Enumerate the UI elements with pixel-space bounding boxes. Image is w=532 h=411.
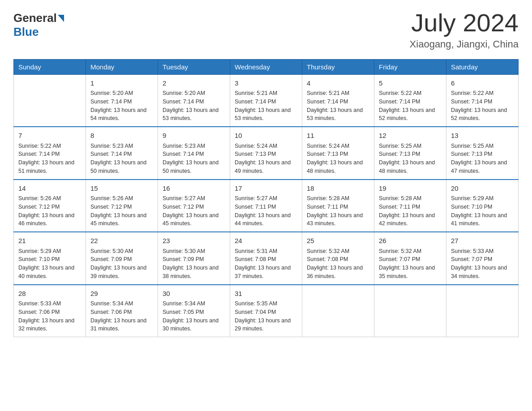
day-info: Sunrise: 5:20 AMSunset: 7:14 PMDaylight:… (163, 89, 225, 123)
day-info: Sunrise: 5:33 AMSunset: 7:07 PMDaylight:… (451, 247, 514, 281)
day-number: 30 (163, 289, 225, 299)
day-header-monday: Monday (86, 59, 158, 74)
calendar-cell: 25Sunrise: 5:32 AMSunset: 7:08 PMDayligh… (302, 232, 374, 285)
day-number: 7 (18, 131, 81, 141)
day-info: Sunrise: 5:21 AMSunset: 7:14 PMDaylight:… (307, 89, 369, 123)
day-info: Sunrise: 5:32 AMSunset: 7:07 PMDaylight:… (379, 247, 442, 281)
day-info: Sunrise: 5:34 AMSunset: 7:06 PMDaylight:… (90, 300, 153, 333)
calendar-cell (446, 285, 519, 337)
day-header-saturday: Saturday (446, 59, 519, 74)
day-number: 22 (90, 236, 153, 246)
day-info: Sunrise: 5:29 AMSunset: 7:10 PMDaylight:… (451, 194, 514, 228)
calendar-cell (374, 285, 446, 337)
day-number: 31 (235, 289, 297, 299)
calendar-cell: 29Sunrise: 5:34 AMSunset: 7:06 PMDayligh… (86, 285, 158, 337)
calendar-cell: 28Sunrise: 5:33 AMSunset: 7:06 PMDayligh… (14, 285, 86, 337)
calendar-cell: 22Sunrise: 5:30 AMSunset: 7:09 PMDayligh… (86, 232, 158, 285)
day-number: 15 (90, 184, 153, 194)
day-number: 9 (163, 131, 225, 141)
calendar-cell: 6Sunrise: 5:22 AMSunset: 7:14 PMDaylight… (446, 74, 519, 127)
week-row-2: 7Sunrise: 5:22 AMSunset: 7:14 PMDaylight… (14, 127, 519, 180)
calendar-cell: 23Sunrise: 5:30 AMSunset: 7:09 PMDayligh… (158, 232, 230, 285)
calendar-location: Xiaogang, Jiangxi, China (410, 39, 519, 50)
logo-arrow-icon (58, 15, 64, 22)
day-info: Sunrise: 5:26 AMSunset: 7:12 PMDaylight:… (18, 194, 81, 228)
day-header-wednesday: Wednesday (230, 59, 302, 74)
calendar-cell: 18Sunrise: 5:28 AMSunset: 7:11 PMDayligh… (302, 180, 374, 232)
day-info: Sunrise: 5:24 AMSunset: 7:13 PMDaylight:… (235, 142, 297, 176)
logo-general-text: General (13, 11, 57, 25)
day-header-thursday: Thursday (302, 59, 374, 74)
day-info: Sunrise: 5:21 AMSunset: 7:14 PMDaylight:… (235, 89, 297, 123)
day-info: Sunrise: 5:35 AMSunset: 7:04 PMDaylight:… (235, 300, 297, 333)
week-row-5: 28Sunrise: 5:33 AMSunset: 7:06 PMDayligh… (14, 285, 519, 337)
day-number: 11 (307, 131, 369, 141)
day-number: 16 (163, 184, 225, 194)
day-info: Sunrise: 5:27 AMSunset: 7:11 PMDaylight:… (235, 194, 297, 228)
week-row-3: 14Sunrise: 5:26 AMSunset: 7:12 PMDayligh… (14, 180, 519, 232)
calendar-cell: 14Sunrise: 5:26 AMSunset: 7:12 PMDayligh… (14, 180, 86, 232)
day-number: 25 (307, 236, 369, 246)
calendar-cell: 9Sunrise: 5:23 AMSunset: 7:14 PMDaylight… (158, 127, 230, 180)
calendar-cell: 7Sunrise: 5:22 AMSunset: 7:14 PMDaylight… (14, 127, 86, 180)
day-number: 12 (379, 131, 442, 141)
day-info: Sunrise: 5:34 AMSunset: 7:05 PMDaylight:… (163, 300, 225, 333)
day-info: Sunrise: 5:27 AMSunset: 7:12 PMDaylight:… (163, 194, 225, 228)
calendar-cell: 31Sunrise: 5:35 AMSunset: 7:04 PMDayligh… (230, 285, 302, 337)
day-info: Sunrise: 5:26 AMSunset: 7:12 PMDaylight:… (90, 194, 153, 228)
logo: General Blue (13, 9, 64, 39)
day-info: Sunrise: 5:25 AMSunset: 7:13 PMDaylight:… (451, 142, 514, 176)
day-header-sunday: Sunday (14, 59, 86, 74)
days-header-row: SundayMondayTuesdayWednesdayThursdayFrid… (14, 59, 519, 74)
logo-blue-text: Blue (13, 25, 39, 39)
calendar-cell: 11Sunrise: 5:24 AMSunset: 7:13 PMDayligh… (302, 127, 374, 180)
calendar-title: July 2024 (410, 9, 519, 37)
day-info: Sunrise: 5:23 AMSunset: 7:14 PMDaylight:… (163, 142, 225, 176)
day-info: Sunrise: 5:23 AMSunset: 7:14 PMDaylight:… (90, 142, 153, 176)
calendar-cell: 21Sunrise: 5:29 AMSunset: 7:10 PMDayligh… (14, 232, 86, 285)
day-number: 18 (307, 184, 369, 194)
day-number: 10 (235, 131, 297, 141)
day-info: Sunrise: 5:32 AMSunset: 7:08 PMDaylight:… (307, 247, 369, 281)
day-info: Sunrise: 5:25 AMSunset: 7:13 PMDaylight:… (379, 142, 442, 176)
calendar-cell: 13Sunrise: 5:25 AMSunset: 7:13 PMDayligh… (446, 127, 519, 180)
calendar-cell: 3Sunrise: 5:21 AMSunset: 7:14 PMDaylight… (230, 74, 302, 127)
day-header-friday: Friday (374, 59, 446, 74)
day-number: 6 (451, 78, 514, 89)
day-number: 29 (90, 289, 153, 299)
day-number: 21 (18, 236, 81, 246)
day-number: 17 (235, 184, 297, 194)
day-number: 4 (307, 78, 369, 89)
calendar-cell (302, 285, 374, 337)
calendar-cell: 24Sunrise: 5:31 AMSunset: 7:08 PMDayligh… (230, 232, 302, 285)
calendar-table: SundayMondayTuesdayWednesdayThursdayFrid… (13, 59, 519, 338)
calendar-cell: 17Sunrise: 5:27 AMSunset: 7:11 PMDayligh… (230, 180, 302, 232)
day-info: Sunrise: 5:33 AMSunset: 7:06 PMDaylight:… (18, 300, 81, 333)
calendar-cell: 10Sunrise: 5:24 AMSunset: 7:13 PMDayligh… (230, 127, 302, 180)
day-info: Sunrise: 5:31 AMSunset: 7:08 PMDaylight:… (235, 247, 297, 281)
calendar-cell: 30Sunrise: 5:34 AMSunset: 7:05 PMDayligh… (158, 285, 230, 337)
calendar-cell (14, 74, 86, 127)
calendar-cell: 27Sunrise: 5:33 AMSunset: 7:07 PMDayligh… (446, 232, 519, 285)
day-number: 5 (379, 78, 442, 89)
day-info: Sunrise: 5:30 AMSunset: 7:09 PMDaylight:… (90, 247, 153, 281)
day-info: Sunrise: 5:30 AMSunset: 7:09 PMDaylight:… (163, 247, 225, 281)
calendar-cell: 2Sunrise: 5:20 AMSunset: 7:14 PMDaylight… (158, 74, 230, 127)
day-number: 24 (235, 236, 297, 246)
day-number: 14 (18, 184, 81, 194)
day-info: Sunrise: 5:29 AMSunset: 7:10 PMDaylight:… (18, 247, 81, 281)
page-header: General Blue July 2024 Xiaogang, Jiangxi… (13, 9, 519, 50)
day-number: 26 (379, 236, 442, 246)
calendar-cell: 26Sunrise: 5:32 AMSunset: 7:07 PMDayligh… (374, 232, 446, 285)
calendar-cell: 5Sunrise: 5:22 AMSunset: 7:14 PMDaylight… (374, 74, 446, 127)
week-row-4: 21Sunrise: 5:29 AMSunset: 7:10 PMDayligh… (14, 232, 519, 285)
calendar-cell: 16Sunrise: 5:27 AMSunset: 7:12 PMDayligh… (158, 180, 230, 232)
day-number: 1 (90, 78, 153, 89)
day-info: Sunrise: 5:22 AMSunset: 7:14 PMDaylight:… (379, 89, 442, 123)
day-info: Sunrise: 5:24 AMSunset: 7:13 PMDaylight:… (307, 142, 369, 176)
week-row-1: 1Sunrise: 5:20 AMSunset: 7:14 PMDaylight… (14, 74, 519, 127)
day-header-tuesday: Tuesday (158, 59, 230, 74)
day-info: Sunrise: 5:22 AMSunset: 7:14 PMDaylight:… (18, 142, 81, 176)
day-info: Sunrise: 5:20 AMSunset: 7:14 PMDaylight:… (90, 89, 153, 123)
day-number: 23 (163, 236, 225, 246)
